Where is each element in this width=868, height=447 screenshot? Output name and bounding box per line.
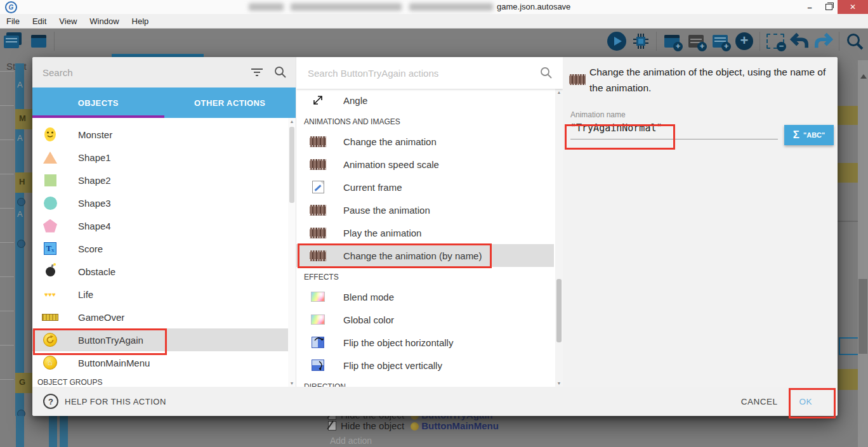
event-action-row: Hide the object ButtonMainMenu [328, 420, 499, 431]
object-row-shape2[interactable]: Shape2 [32, 169, 288, 191]
angle-icon [309, 94, 327, 107]
redo-icon[interactable] [813, 31, 834, 51]
object-row-life[interactable]: ♥♥♥ Life [32, 283, 288, 306]
scroll-up-arrow-icon[interactable]: ▲ [288, 119, 296, 124]
action-label: Animation speed scale [343, 159, 439, 170]
search-toolbar-icon[interactable] [844, 31, 865, 51]
object-label: Shape1 [78, 152, 111, 163]
debug-icon[interactable] [630, 31, 652, 51]
action-row-global-color[interactable]: Global color [296, 308, 554, 331]
object-row-gameover[interactable]: GameOver [32, 306, 288, 328]
section-header-direction: DIRECTION [296, 377, 563, 387]
action-row-change-animation[interactable]: Change the animation [296, 130, 554, 153]
cancel-button[interactable]: CANCEL [736, 391, 783, 413]
animation-name-input[interactable]: "TryAgainNormal" [570, 122, 778, 139]
add-event-icon[interactable]: + [661, 31, 683, 51]
menu-file[interactable]: File [0, 16, 26, 26]
menu-view[interactable]: View [53, 16, 83, 26]
action-label: Global color [343, 314, 394, 325]
scroll-up-arrow-icon[interactable] [860, 74, 867, 79]
lines-window-icon [4, 36, 19, 48]
action-row-play-animation[interactable]: Play the animation [296, 221, 554, 244]
bomb-icon [41, 267, 59, 276]
project-manager-icon[interactable] [4, 31, 25, 51]
film-strip-icon [569, 74, 586, 85]
action-label: Change the animation [343, 136, 437, 147]
actions-search-input[interactable] [306, 67, 540, 79]
action-label: Current frame [343, 182, 402, 193]
monster-icon [41, 127, 59, 142]
object-row-shape3[interactable]: Shape3 [32, 191, 288, 214]
restore-icon [825, 4, 832, 10]
filter-icon[interactable] [250, 67, 264, 77]
tab-other-actions[interactable]: OTHER ACTIONS [164, 87, 296, 118]
scrollbar-thumb[interactable] [858, 279, 867, 354]
object-groups-header: OBJECT GROUPS [32, 374, 296, 387]
animation-name-label: Animation name [570, 110, 626, 119]
ok-button[interactable]: OK [782, 391, 829, 413]
objects-scrollbar[interactable]: ▲ ▼ [288, 118, 296, 387]
object-row-monster[interactable]: Monster [32, 123, 288, 146]
object-label: ButtonTryAgain [78, 335, 143, 346]
scroll-down-arrow-icon[interactable]: ▼ [288, 381, 296, 385]
action-row-animation-speed-scale[interactable]: Animation speed scale [296, 153, 554, 176]
background-scrollbar[interactable] [858, 60, 868, 447]
gameover-banner-icon [41, 314, 59, 321]
scene-editor-icon[interactable] [28, 31, 49, 51]
action-row-flip-vertically[interactable]: Flip the object vertically [296, 354, 554, 377]
action-row-angle[interactable]: Angle [296, 89, 554, 112]
minimize-button[interactable]: – [801, 0, 819, 14]
object-label: Obstacle [78, 266, 115, 277]
action-row-blend-mode[interactable]: Blend mode [296, 285, 554, 308]
scroll-down-arrow-icon[interactable]: ▼ [555, 381, 563, 385]
add-event-circle-icon[interactable]: + [733, 31, 755, 51]
hide-object-icon [328, 421, 336, 431]
scrollbar-thumb[interactable] [556, 279, 562, 342]
circle-icon [41, 197, 59, 210]
object-row-obstacle[interactable]: Obstacle [32, 260, 288, 283]
actions-panel: Angle ANIMATIONS AND IMAGES Change the a… [296, 57, 563, 387]
objects-search-input[interactable] [41, 67, 250, 79]
flip-vertical-icon [309, 360, 327, 371]
action-description: Change the animation of the object, usin… [589, 64, 829, 96]
action-row-current-frame[interactable]: Current frame [296, 176, 554, 198]
menu-help[interactable]: Help [126, 16, 155, 26]
tab-objects[interactable]: OBJECTS [32, 87, 164, 118]
scroll-up-arrow-icon[interactable]: ▲ [555, 90, 563, 94]
close-button[interactable]: ✕ [838, 0, 868, 14]
object-row-buttonmainmenu[interactable]: ⌂ ButtonMainMenu [32, 351, 288, 374]
undo-icon[interactable] [789, 31, 810, 51]
remove-event-icon[interactable]: − [765, 31, 786, 51]
restore-button[interactable] [820, 0, 838, 14]
help-label: HELP FOR THIS ACTION [65, 397, 166, 406]
object-row-buttontryagain[interactable]: ButtonTryAgain [32, 328, 288, 351]
home-button-icon: ⌂ [41, 356, 59, 370]
toolbar: + + + + − [0, 29, 868, 54]
add-subevent-icon[interactable]: + [709, 31, 731, 51]
menu-edit[interactable]: Edit [26, 16, 53, 26]
action-row-change-animation-by-name[interactable]: Change the animation (by name) [296, 244, 554, 267]
toolbar-separator [54, 32, 55, 51]
expression-editor-button[interactable]: Σ "ABC" [784, 125, 834, 145]
object-row-shape4[interactable]: Shape4 [32, 214, 288, 237]
scrollbar-thumb[interactable] [289, 127, 294, 203]
add-comment-icon[interactable]: + [685, 31, 707, 51]
play-icon[interactable] [606, 31, 628, 51]
clipped-action-text: A [17, 80, 23, 89]
object-row-shape1[interactable]: Shape1 [32, 146, 288, 169]
help-for-this-action[interactable]: ? HELP FOR THIS ACTION [43, 394, 166, 409]
section-header-effects: EFFECTS [296, 267, 563, 285]
action-row-flip-horizontally[interactable]: Flip the object horizontally [296, 331, 554, 354]
comment-block [838, 163, 858, 183]
object-row-score[interactable]: Tx Score [32, 237, 288, 260]
film-strip-icon [309, 228, 327, 238]
action-row-pause-animation[interactable]: Pause the animation [296, 198, 554, 221]
event-indent-bar [16, 416, 24, 447]
text-object-icon: Tx [41, 242, 59, 255]
objects-search-row [32, 57, 296, 87]
objects-tabs: OBJECTS OTHER ACTIONS [32, 87, 296, 118]
help-icon: ? [43, 394, 58, 409]
menu-window[interactable]: Window [83, 16, 125, 26]
actions-scrollbar[interactable]: ▲ ▼ [555, 89, 563, 387]
object-label: Shape2 [78, 175, 111, 186]
